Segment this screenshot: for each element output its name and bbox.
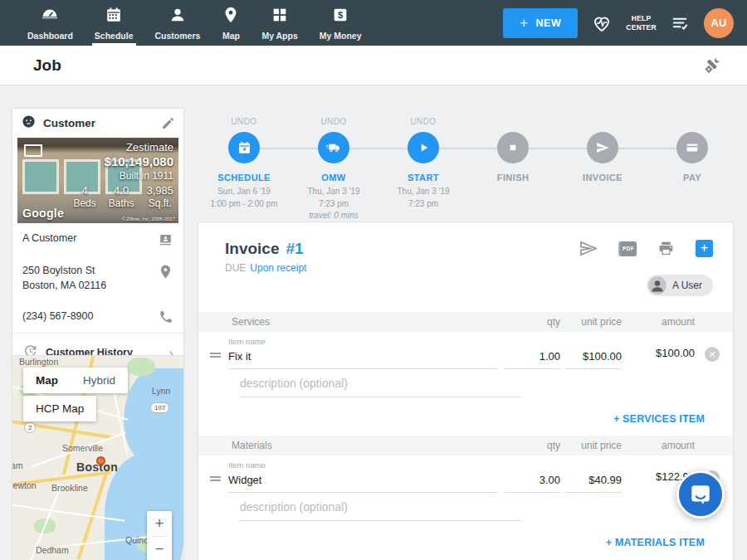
play-icon — [416, 140, 431, 155]
omw-step-button[interactable] — [318, 132, 349, 163]
customers-icon — [168, 6, 187, 27]
phone-icon[interactable] — [159, 309, 173, 324]
route-shield-2: 2 — [24, 422, 36, 433]
timeline-step-pay: PAY — [647, 110, 737, 222]
job-location-marker[interactable] — [96, 456, 105, 465]
timeline-step-finish: FINISH — [468, 110, 558, 222]
send-icon — [595, 140, 610, 155]
map-label: Somerville — [62, 443, 103, 453]
service-item-row: Item name $100.00 ✕ — [198, 332, 733, 369]
nav-right: + NEW HELP CENTER AU — [503, 0, 747, 46]
due-value-link[interactable]: Upon receipt — [250, 262, 306, 274]
finish-step-button[interactable] — [497, 132, 529, 163]
job-settings-icon[interactable] — [702, 56, 722, 75]
drag-handle-icon[interactable] — [210, 351, 228, 369]
nav-item-label: My Apps — [261, 31, 297, 41]
step-datetime: Thu, Jan 3 '197:23 pmtravel: 0 mins — [307, 186, 359, 222]
step-label: FINISH — [497, 173, 529, 183]
top-navigation: Dashboard Schedule Customers Map My Apps… — [0, 0, 747, 46]
help-center-button[interactable]: HELP CENTER — [626, 14, 657, 32]
material-qty-input[interactable] — [504, 471, 560, 493]
remove-service-item-icon[interactable]: ✕ — [705, 347, 720, 362]
undo-schedule-button[interactable]: UNDO — [231, 117, 256, 127]
add-materials-item-link[interactable]: + MATERIALS ITEM — [606, 537, 705, 548]
step-label: START — [408, 173, 439, 183]
map-label: Lynn — [152, 386, 170, 396]
chat-launcher-button[interactable] — [676, 470, 725, 519]
health-heart-icon[interactable] — [592, 13, 612, 33]
nav-item-label: My Money — [320, 31, 362, 41]
page-header: Job — [0, 46, 747, 85]
service-unit-price-input[interactable] — [565, 348, 622, 369]
drag-handle-icon[interactable] — [210, 475, 228, 493]
pdf-icon[interactable]: PDF — [618, 241, 637, 256]
material-unit-price-input[interactable] — [565, 471, 622, 493]
map-type-hybrid-button[interactable]: Hybrid — [71, 368, 128, 393]
service-amount: $100.00 — [627, 347, 695, 369]
step-label: PAY — [683, 173, 701, 183]
service-item-name-input[interactable] — [228, 348, 497, 369]
assignee-name: A User — [672, 280, 702, 291]
built-year: Built in 1911 — [73, 170, 173, 182]
money-icon: $ — [331, 6, 349, 27]
credit-card-icon — [685, 140, 700, 155]
start-step-button[interactable] — [408, 132, 439, 163]
edit-customer-icon[interactable] — [161, 116, 175, 130]
storefront-window — [22, 159, 59, 194]
undo-omw-button[interactable]: UNDO — [320, 117, 346, 127]
add-invoice-button[interactable]: + — [696, 240, 713, 257]
streetview-photo-icon[interactable] — [24, 144, 42, 157]
service-description-input[interactable] — [240, 374, 521, 397]
chat-smile-icon — [688, 482, 713, 507]
material-item-name-input[interactable] — [228, 471, 497, 493]
zestimate-value: $10,149,080 — [73, 154, 173, 168]
timeline-step-start: UNDO START Thu, Jan 3 '197:23 pm — [378, 110, 468, 222]
map-type-map-button[interactable]: Map — [23, 368, 71, 393]
assignee-chip[interactable]: A User — [647, 275, 713, 296]
map-card[interactable]: Burlington Lynn Somerville ham Boston Ne… — [12, 355, 184, 560]
service-qty-input[interactable] — [504, 348, 560, 369]
job-timeline: UNDO SCHEDULE Sun, Jan 6 '191:00 pm - 2:… — [199, 110, 737, 222]
invoice-actions: PDF + — [579, 239, 713, 258]
schedule-icon — [105, 6, 123, 27]
new-button[interactable]: + NEW — [503, 8, 578, 38]
invoice-header: Invoice #1 PDF + DUE Upon receipt A User — [198, 222, 733, 312]
dashboard-icon — [41, 6, 59, 27]
zoom-in-button[interactable]: + — [147, 511, 172, 536]
invoice-number[interactable]: #1 — [286, 240, 303, 258]
material-description-input[interactable] — [240, 498, 521, 521]
item-name-label: Item name — [228, 337, 497, 346]
nav-item-my-apps[interactable]: My Apps — [251, 0, 308, 46]
nav-item-schedule[interactable]: Schedule — [84, 0, 144, 46]
send-invoice-icon[interactable] — [579, 239, 598, 258]
invoice-card: Invoice #1 PDF + DUE Upon receipt A User… — [198, 222, 734, 560]
customer-phone: (234) 567-8900 — [22, 309, 93, 324]
undo-start-button[interactable]: UNDO — [410, 117, 436, 127]
map-label: ham — [12, 460, 22, 470]
nav-item-dashboard[interactable]: Dashboard — [17, 0, 84, 46]
qty-column-header: qty — [504, 316, 560, 328]
nav-item-customers[interactable]: Customers — [144, 0, 212, 46]
print-icon[interactable] — [657, 240, 675, 257]
stat-baths: 4.0Baths — [109, 184, 134, 209]
zoom-out-button[interactable]: − — [147, 537, 172, 560]
customer-face-icon — [21, 114, 37, 133]
zillow-copyright: © Zillow, Inc. 2006-2017 — [122, 217, 175, 222]
nav-item-map[interactable]: Map — [211, 0, 251, 46]
hcp-map-button[interactable]: HCP Map — [23, 396, 96, 421]
invoice-title: Invoice — [225, 240, 279, 258]
contact-card-icon[interactable] — [158, 231, 173, 247]
location-pin-icon[interactable] — [158, 264, 173, 280]
invoice-step-button[interactable] — [587, 132, 618, 163]
user-avatar[interactable]: AU — [704, 8, 734, 38]
nav-item-label: Map — [222, 31, 240, 41]
customer-name-row: A Customer — [12, 223, 183, 256]
nav-item-label: Schedule — [95, 31, 134, 41]
schedule-step-button[interactable] — [228, 132, 260, 163]
activity-list-icon[interactable] — [671, 13, 690, 32]
item-name-label: Item name — [228, 460, 497, 470]
pay-step-button[interactable] — [676, 132, 708, 163]
service-description-row — [198, 369, 733, 397]
add-services-item-link[interactable]: + SERVICES ITEM — [613, 413, 705, 425]
nav-item-my-money[interactable]: $ My Money — [309, 0, 373, 46]
